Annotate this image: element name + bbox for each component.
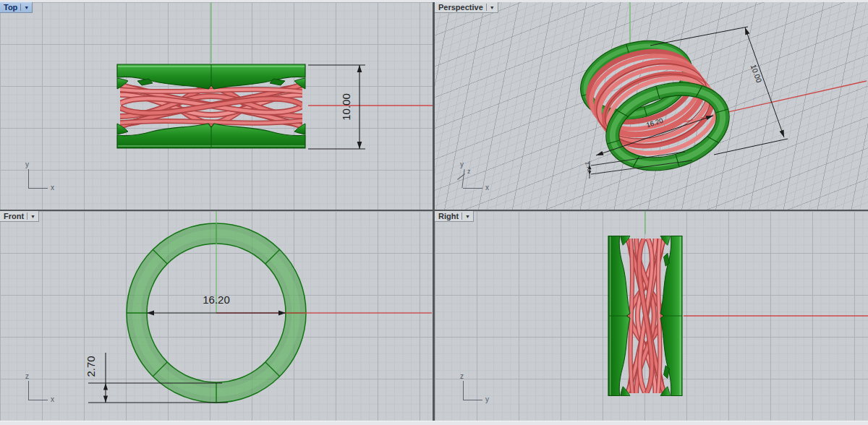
viewport-perspective-canvas[interactable]: 10.00 16.20 2.70 (435, 2, 868, 210)
ring-model-side-view (117, 64, 305, 148)
rhino-four-viewport-window: Top ▼ 10.00 y x (0, 0, 868, 425)
window-bottom-edge (0, 421, 868, 425)
cplane-axis-icon: z x (19, 375, 58, 408)
cplane-axis-icon: y z x (454, 163, 493, 197)
viewport-top-canvas[interactable]: 10.00 (0, 2, 433, 210)
viewport-perspective[interactable]: Perspective ▼ (435, 2, 868, 210)
viewport-tab-top[interactable]: Top ▼ (0, 2, 33, 13)
dimension-height: 10.00 (308, 65, 365, 149)
svg-text:10.00: 10.00 (340, 93, 352, 121)
viewport-front[interactable]: Front ▼ 16.20 (0, 211, 433, 421)
viewport-menu-chevron-icon[interactable]: ▼ (30, 214, 35, 219)
viewport-front-canvas[interactable]: 16.20 2.70 (0, 211, 433, 421)
viewport-title: Perspective (438, 3, 483, 12)
viewport-title: Top (4, 3, 17, 12)
cplane-axis-icon: y x (19, 163, 58, 197)
tab-separator (461, 212, 462, 220)
svg-text:2.70: 2.70 (85, 356, 97, 377)
viewport-tab-right[interactable]: Right ▼ (435, 211, 474, 222)
viewport-tab-front[interactable]: Front ▼ (0, 211, 39, 222)
tab-separator (486, 4, 487, 11)
ring-model-side-view (608, 236, 682, 396)
viewport-tab-perspective[interactable]: Perspective ▼ (435, 2, 498, 13)
viewport-title: Front (4, 212, 24, 220)
svg-text:10.00: 10.00 (749, 63, 764, 84)
ring-model-perspective (571, 28, 740, 184)
viewport-top[interactable]: Top ▼ 10.00 y x (0, 2, 433, 210)
svg-text:16.20: 16.20 (203, 293, 230, 306)
tab-separator (27, 212, 27, 220)
window-top-edge (0, 0, 868, 2)
viewport-menu-chevron-icon[interactable]: ▼ (465, 214, 470, 219)
viewport-menu-chevron-icon[interactable]: ▼ (490, 5, 495, 10)
tab-separator (20, 4, 21, 11)
viewport-right[interactable]: Right ▼ z y (435, 211, 868, 421)
viewport-right-canvas[interactable] (435, 211, 868, 421)
viewport-menu-chevron-icon[interactable]: ▼ (24, 5, 29, 10)
svg-text:2.70: 2.70 (584, 161, 592, 172)
viewport-title: Right (438, 212, 459, 220)
cplane-axis-icon: z y (454, 375, 493, 408)
